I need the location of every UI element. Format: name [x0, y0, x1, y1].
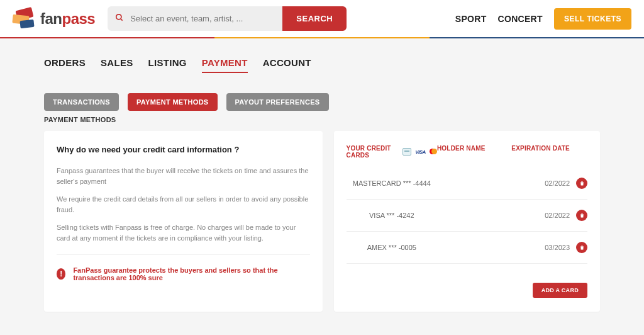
- card-expiration: 03/2023: [501, 244, 570, 251]
- card-name: AMEX *** -0005: [347, 244, 437, 251]
- delete-card-button[interactable]: [576, 178, 587, 189]
- card-row: VISA *** -4242 02/2022: [347, 200, 587, 232]
- subtab-payout-preferences[interactable]: PAYOUT PREFERENCES: [226, 93, 329, 111]
- guarantee-note: ! FanPass guarantee protects the buyers …: [57, 266, 310, 281]
- svg-point-0: [116, 14, 121, 20]
- logo-mark-icon: [13, 9, 36, 29]
- payment-subtabs: TRANSACTIONS PAYMENT METHODS PAYOUT PREF…: [0, 79, 644, 116]
- cards-table-head: YOUR CREDIT CARDS VISA HOLDER NAME EXPIR…: [347, 145, 587, 168]
- info-divider: [57, 254, 310, 255]
- card-row: AMEX *** -0005 03/2023: [347, 232, 587, 264]
- guarantee-text: FanPass guarantee protects the buyers an…: [73, 266, 309, 281]
- credit-cards-card: YOUR CREDIT CARDS VISA HOLDER NAME EXPIR…: [334, 131, 600, 312]
- brand-wordmark: fanpass: [40, 10, 95, 28]
- brand-name-left: fan: [40, 10, 62, 27]
- mastercard-icon: [430, 149, 437, 155]
- exclamation-icon: !: [57, 268, 65, 280]
- info-paragraph-3: Selling tickets with Fanpass is free of …: [57, 222, 310, 243]
- head-exp-label: EXPIRATION DATE: [501, 145, 570, 159]
- trash-icon: [579, 180, 585, 186]
- col-your-cards: YOUR CREDIT CARDS VISA: [347, 145, 437, 159]
- trash-icon: [579, 244, 585, 251]
- head-holder-label: HOLDER NAME: [437, 145, 501, 159]
- info-paragraph-1: Fanpass guarantees that the buyer will r…: [57, 166, 310, 186]
- search-input[interactable]: [128, 6, 282, 31]
- brand-name-right: pass: [62, 10, 96, 27]
- tab-sales[interactable]: SALES: [101, 57, 133, 73]
- credit-card-icon: [402, 148, 411, 156]
- delete-card-button[interactable]: [576, 210, 587, 221]
- tab-account[interactable]: ACCOUNT: [263, 57, 311, 73]
- card-name: MASTERCARD *** -4444: [347, 179, 437, 187]
- sell-tickets-button[interactable]: SELL TICKETS: [554, 8, 631, 30]
- subtab-payment-methods[interactable]: PAYMENT METHODS: [128, 93, 218, 111]
- trash-icon: [579, 212, 585, 219]
- account-tabs: ORDERS SALES LISTING PAYMENT ACCOUNT: [0, 38, 644, 79]
- tab-listing[interactable]: LISTING: [148, 57, 187, 73]
- section-label: PAYMENT METHODS: [0, 116, 644, 123]
- svg-line-1: [121, 19, 123, 21]
- add-card-button[interactable]: ADD A CARD: [533, 283, 587, 298]
- search-button[interactable]: SEARCH: [282, 6, 347, 31]
- info-paragraph-2: We require the credit card details from …: [57, 194, 310, 215]
- search-icon: [115, 13, 124, 24]
- card-expiration: 02/2022: [501, 212, 570, 219]
- brand-logo[interactable]: fanpass: [13, 9, 95, 29]
- info-title: Why do we need your credit card informat…: [57, 145, 310, 154]
- search-bar: SEARCH: [108, 6, 347, 31]
- info-card: Why do we need your credit card informat…: [44, 131, 323, 312]
- delete-card-button[interactable]: [576, 242, 587, 253]
- header-right: SPORT CONCERT SELL TICKETS: [455, 8, 631, 30]
- card-name: VISA *** -4242: [347, 212, 437, 219]
- tab-payment[interactable]: PAYMENT: [202, 57, 248, 73]
- card-expiration: 02/2022: [501, 179, 570, 187]
- tricolor-divider: [0, 37, 644, 38]
- nav-sport[interactable]: SPORT: [455, 14, 487, 24]
- subtab-transactions[interactable]: TRANSACTIONS: [44, 93, 119, 111]
- top-header: fanpass SEARCH SPORT CONCERT SELL TICKET…: [0, 0, 644, 37]
- head-cards-label: YOUR CREDIT CARDS: [347, 145, 399, 159]
- visa-icon: VISA: [415, 149, 426, 155]
- card-row: MASTERCARD *** -4444 02/2022: [347, 168, 587, 200]
- tab-orders[interactable]: ORDERS: [44, 57, 86, 73]
- nav-concert[interactable]: CONCERT: [498, 14, 543, 24]
- content-area: Why do we need your credit card informat…: [0, 131, 644, 331]
